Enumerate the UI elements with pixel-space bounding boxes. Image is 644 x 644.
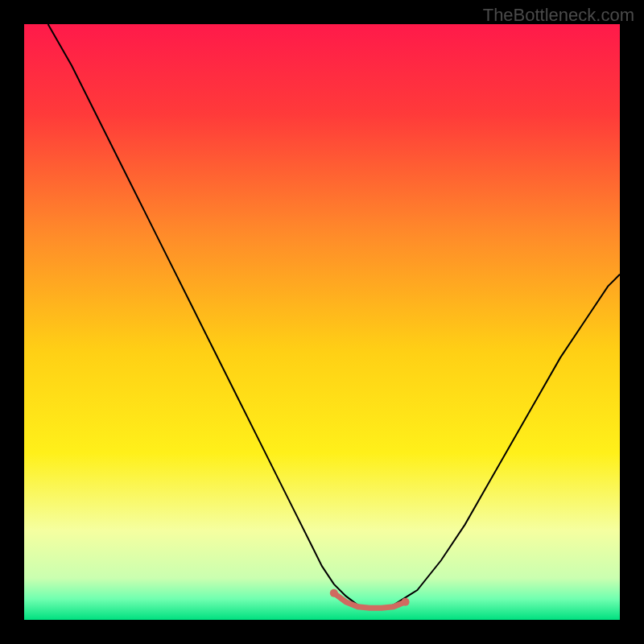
chart-frame (24, 24, 620, 620)
optimal-zone-endpoint-right (402, 598, 410, 606)
gradient-background (24, 24, 620, 620)
bottleneck-chart (24, 24, 620, 620)
optimal-zone-endpoint-left (330, 589, 338, 597)
watermark-text: TheBottleneck.com (483, 5, 634, 26)
